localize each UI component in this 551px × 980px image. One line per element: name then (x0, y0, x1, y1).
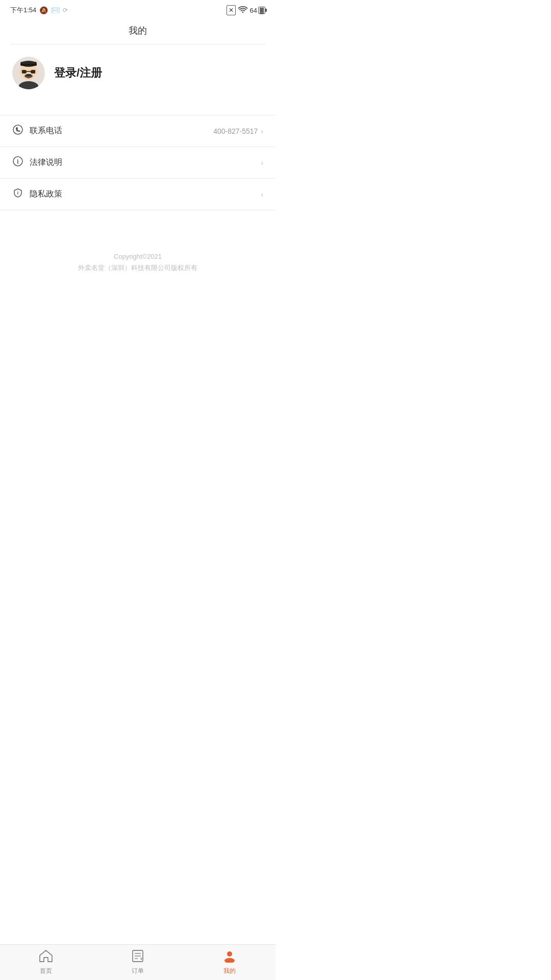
footer-line2: 外卖名堂（深圳）科技有限公司版权所有 (0, 262, 276, 274)
legal-chevron: › (261, 159, 263, 167)
svg-text:i: i (17, 158, 18, 165)
time-display: 下午1:54 (10, 6, 36, 15)
menu-item-legal[interactable]: i 法律说明 › (0, 147, 276, 179)
menu-list: 联系电话 400-827-5517 › i 法律说明 › (0, 115, 276, 210)
profile-section[interactable]: 登录/注册 (0, 44, 276, 105)
svg-text:i: i (17, 190, 19, 195)
phone-chevron: › (261, 127, 263, 135)
battery-display: 64 ▓ (250, 7, 266, 14)
notification-icon: ✉️ (51, 6, 60, 14)
menu-item-privacy[interactable]: i 隐私政策 › (0, 179, 276, 210)
login-register-text[interactable]: 登录/注册 (54, 65, 102, 81)
footer-line1: Copyright©2021 (0, 251, 276, 262)
svg-point-11 (26, 74, 31, 76)
legal-icon: i (12, 156, 23, 169)
privacy-icon: i (12, 188, 23, 201)
mute-icon: 🔕 (39, 6, 48, 14)
privacy-label: 隐私政策 (30, 189, 62, 200)
svg-point-12 (19, 70, 22, 74)
sync-icon: ⟳ (63, 7, 68, 14)
footer: Copyright©2021 外卖名堂（深圳）科技有限公司版权所有 (0, 251, 276, 274)
phone-value: 400-827-5517 (213, 127, 258, 135)
phone-icon (12, 125, 23, 137)
wifi-icon (238, 6, 247, 15)
svg-rect-5 (21, 70, 27, 74)
privacy-chevron: › (261, 190, 263, 199)
legal-label: 法律说明 (30, 157, 62, 168)
avatar (12, 57, 45, 89)
svg-rect-6 (31, 70, 36, 74)
phone-label: 联系电话 (30, 126, 62, 136)
status-bar: 下午1:54 🔕 ✉️ ⟳ ✕ 64 ▓ (0, 0, 276, 18)
close-icon: ✕ (227, 5, 236, 15)
svg-point-13 (35, 70, 38, 74)
svg-rect-4 (20, 64, 37, 66)
svg-point-15 (13, 125, 22, 134)
menu-item-phone[interactable]: 联系电话 400-827-5517 › (0, 115, 276, 147)
page-title: 我的 (0, 18, 276, 44)
